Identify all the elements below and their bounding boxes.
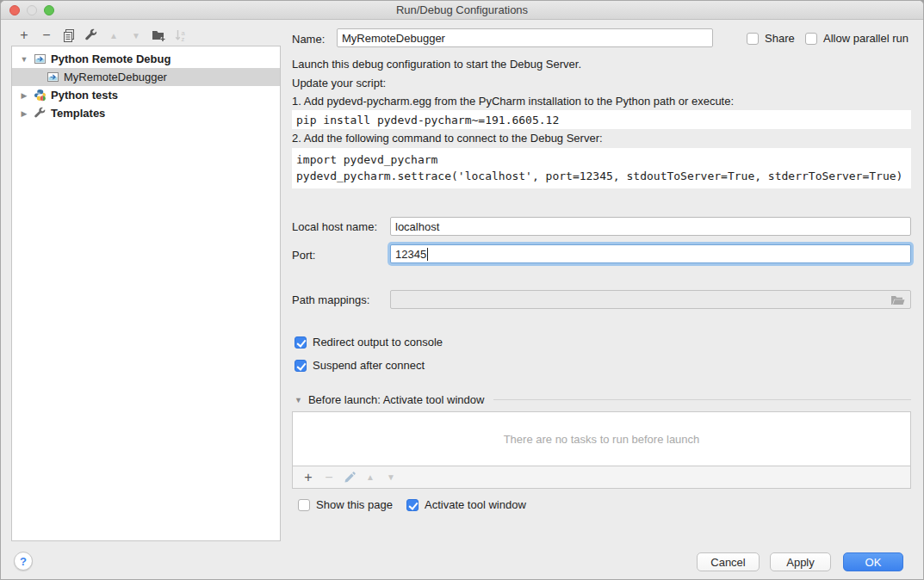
allow-parallel-run-checkbox-box[interactable] [805, 33, 817, 45]
copy-configuration-icon[interactable] [58, 26, 80, 45]
intro-text: Launch this debug configuration to start… [292, 58, 581, 71]
port-label: Port: [292, 249, 315, 262]
update-script-text: Update your script: [292, 77, 386, 89]
svg-text:z: z [182, 35, 185, 43]
title-bar: Run/Debug Configurations [1, 1, 923, 20]
edit-task-pencil-icon [339, 467, 360, 488]
add-configuration-icon[interactable]: + [13, 26, 35, 45]
allow-parallel-run-checkbox[interactable]: Allow parallel run [805, 32, 908, 45]
collapse-section-icon[interactable]: ▼ [295, 396, 302, 404]
section-divider [493, 399, 911, 400]
redirect-output-label: Redirect output to console [313, 336, 443, 349]
run-config-icon [34, 53, 47, 65]
name-input[interactable] [337, 28, 713, 47]
name-label: Name: [292, 33, 325, 46]
code-line-2: pydevd_pycharm.settrace('localhost', por… [296, 170, 902, 182]
move-up-icon: ▲ [102, 26, 125, 45]
zoom-window-button[interactable] [44, 5, 54, 15]
new-folder-icon[interactable] [147, 26, 170, 45]
chevron-right-icon[interactable]: ▶ [19, 109, 29, 118]
redirect-output-checkbox[interactable]: Redirect output to console [295, 336, 443, 349]
suspend-after-connect-label: Suspend after connect [313, 359, 425, 372]
code-line-1: import pydevd_pycharm [296, 153, 437, 166]
add-task-icon[interactable]: + [298, 467, 319, 488]
empty-task-list-text: There are no tasks to run before launch [504, 433, 700, 446]
path-mappings-label: Path mappings: [292, 293, 369, 306]
redirect-output-checkbox-box[interactable] [295, 336, 307, 349]
cancel-button[interactable]: Cancel [697, 552, 760, 571]
run-config-icon [47, 71, 59, 83]
port-input[interactable] [390, 244, 911, 263]
tree-item-label: Python Remote Debug [51, 52, 171, 65]
activate-tool-window-label: Activate tool window [425, 498, 526, 511]
tree-item-label: Python tests [51, 89, 118, 102]
configurations-tree: ▼ Python Remote Debug MyRemoteDebugger ▶… [11, 46, 281, 541]
allow-parallel-run-label: Allow parallel run [823, 32, 908, 45]
activate-tool-window-checkbox[interactable]: Activate tool window [406, 498, 526, 511]
chevron-down-icon[interactable]: ▼ [19, 55, 29, 64]
path-mappings-input[interactable] [390, 290, 911, 309]
before-launch-header[interactable]: ▼ Before launch: Activate tool window [295, 393, 911, 406]
before-launch-title: Before launch: Activate tool window [308, 393, 485, 406]
step2-text: 2. Add the following command to connect … [292, 132, 603, 145]
tree-item-templates[interactable]: ▶ Templates [12, 104, 280, 122]
share-checkbox-box[interactable] [747, 33, 759, 45]
tree-item-python-remote-debug[interactable]: ▼ Python Remote Debug [12, 50, 280, 68]
apply-button[interactable]: Apply [770, 552, 831, 571]
tree-item-python-tests[interactable]: ▶ Python tests [12, 86, 280, 104]
settrace-code-block: import pydevd_pycharm pydevd_pycharm.set… [292, 148, 911, 188]
share-checkbox[interactable]: Share [747, 32, 795, 45]
suspend-after-connect-checkbox[interactable]: Suspend after connect [295, 359, 425, 372]
edit-defaults-wrench-icon[interactable] [80, 26, 102, 45]
templates-wrench-icon [34, 107, 47, 120]
tree-item-label: Templates [51, 107, 105, 120]
minimize-window-button [27, 5, 37, 15]
share-label: Share [765, 32, 795, 45]
chevron-right-icon[interactable]: ▶ [19, 91, 29, 100]
tree-item-label: MyRemoteDebugger [64, 71, 167, 83]
move-task-up-icon: ▲ [360, 467, 381, 488]
remove-task-icon: − [319, 467, 339, 488]
show-this-page-label: Show this page [316, 498, 393, 511]
help-button[interactable]: ? [14, 552, 33, 571]
activate-tool-window-checkbox-box[interactable] [406, 499, 419, 511]
local-host-name-input[interactable] [390, 217, 911, 236]
ok-button[interactable]: OK [843, 552, 903, 571]
before-launch-toolbar: + − ▲ ▼ [292, 466, 911, 489]
pip-install-command: pip install pydevd-pycharm~=191.6605.12 [292, 110, 911, 129]
tree-item-myremotedebugger[interactable]: MyRemoteDebugger [12, 68, 280, 86]
suspend-after-connect-checkbox-box[interactable] [295, 360, 307, 372]
move-down-icon: ▼ [125, 26, 147, 45]
browse-folder-icon[interactable] [890, 294, 905, 309]
close-window-button[interactable] [9, 5, 20, 15]
show-this-page-checkbox-box[interactable] [298, 499, 310, 511]
python-tests-icon [34, 89, 47, 102]
sort-configurations-icon: az [170, 26, 192, 45]
step1-text: 1. Add pydevd-pycharm.egg from the PyCha… [292, 95, 734, 108]
show-this-page-checkbox[interactable]: Show this page [298, 498, 393, 511]
window-title: Run/Debug Configurations [1, 1, 923, 20]
run-debug-configurations-dialog: Run/Debug Configurations + − ▲ ▼ az ▼ Py… [0, 0, 924, 580]
before-launch-task-list[interactable]: There are no tasks to run before launch [292, 411, 911, 466]
remove-configuration-icon[interactable]: − [35, 26, 58, 45]
local-host-name-label: Local host name: [292, 220, 377, 233]
configurations-toolbar: + − ▲ ▼ az [13, 26, 192, 45]
text-caret [427, 248, 428, 261]
move-task-down-icon: ▼ [381, 467, 401, 488]
